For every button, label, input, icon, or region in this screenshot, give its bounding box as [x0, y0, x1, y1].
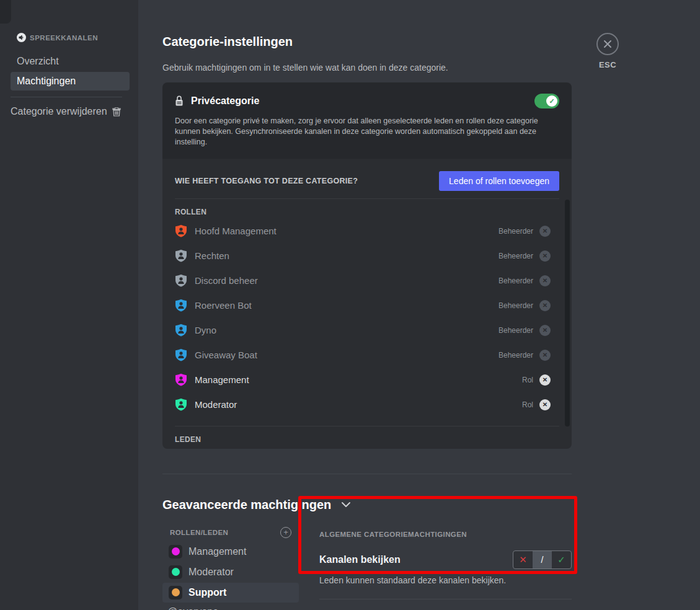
- esc-label: ESC: [593, 60, 622, 69]
- role-shield-icon: [175, 348, 187, 361]
- role-shield-icon: [175, 249, 187, 262]
- main-content: Categorie-instellingen Gebruik machtigin…: [162, 0, 572, 610]
- toggle-check-icon: ✓: [546, 95, 557, 107]
- add-role-member-icon[interactable]: +: [280, 527, 291, 538]
- members-section-label: LEDEN: [175, 427, 559, 449]
- roles-list-scrollbar[interactable]: [565, 200, 570, 427]
- role-shield-icon: [175, 274, 187, 287]
- lock-icon: [175, 95, 184, 107]
- add-members-roles-button[interactable]: Leden of rollen toevoegen: [439, 171, 559, 191]
- permissions-panel: ALGEMENE CATEGORIEMACHTIGINGEN Kanalen b…: [319, 527, 572, 610]
- role-row[interactable]: Discord beheer Beheerder ✕: [175, 268, 559, 293]
- access-question-label: WIE HEEFT TOEGANG TOT DEZE CATEGORIE?: [175, 177, 358, 185]
- role-color-swatch: [169, 565, 182, 579]
- role-shield-icon: [175, 299, 187, 312]
- private-category-card: Privécategorie ✓ Door een categorie priv…: [162, 82, 572, 449]
- roles-members-label: ROLLEN/LEDEN: [170, 529, 228, 536]
- permission-toggle-group: ✕ / ✓: [513, 550, 572, 569]
- role-row[interactable]: Moderator Rol ✕: [175, 392, 559, 417]
- remove-role-icon[interactable]: ✕: [539, 350, 551, 361]
- roles-members-list: ROLLEN/LEDEN + Management Moderator Supp…: [162, 527, 299, 610]
- role-row[interactable]: Roerveen Bot Beheerder ✕: [175, 293, 559, 318]
- private-category-description: Door een categorie privé te maken, zorg …: [175, 116, 552, 148]
- trash-icon: [112, 107, 121, 117]
- private-category-toggle[interactable]: ✓: [534, 94, 559, 108]
- permissions-section-label: ALGEMENE CATEGORIEMACHTIGINGEN: [319, 531, 572, 538]
- role-row[interactable]: Dyno Beheerder ✕: [175, 318, 559, 343]
- role-shield-icon: [175, 373, 187, 386]
- remove-role-icon[interactable]: ✕: [539, 275, 551, 286]
- deny-icon[interactable]: ✕: [513, 551, 533, 568]
- settings-sidebar: SPREEKKANALEN Overzicht Machtigingen Cat…: [0, 0, 138, 610]
- role-row[interactable]: Giveaway Boat Beheerder ✕: [175, 343, 559, 368]
- allow-icon[interactable]: ✓: [552, 551, 571, 568]
- passthrough-icon[interactable]: /: [533, 551, 552, 568]
- remove-role-icon[interactable]: ✕: [539, 226, 551, 237]
- section-divider: [162, 474, 572, 474]
- permission-description: Leden kunnen standaard deze kanalen beki…: [319, 575, 572, 585]
- private-category-title: Privécategorie: [191, 95, 534, 107]
- remove-role-icon[interactable]: ✕: [539, 374, 551, 386]
- role-shield-icon: [175, 224, 187, 237]
- page-title: Categorie-instellingen: [162, 35, 572, 49]
- remove-role-icon[interactable]: ✕: [539, 250, 551, 262]
- permission-row: Kanalen bekijken ✕ / ✓: [319, 550, 572, 569]
- role-color-swatch: [169, 545, 182, 559]
- remove-role-icon[interactable]: ✕: [539, 325, 551, 336]
- category-settings-screen: SPREEKKANALEN Overzicht Machtigingen Cat…: [0, 0, 700, 610]
- roles-section-label: ROLLEN: [175, 199, 559, 219]
- corner-scroll-notch: [0, 0, 11, 24]
- role-row[interactable]: Hoofd Management Beheerder ✕: [175, 219, 559, 244]
- role-color-swatch: [169, 586, 182, 599]
- speaker-icon: [17, 33, 26, 42]
- delete-category-label: Categorie verwijderen: [11, 106, 107, 117]
- close-icon: [603, 39, 613, 49]
- role-shield-icon: [175, 398, 187, 411]
- page-subtitle: Gebruik machtigingen om in te stellen wi…: [162, 63, 572, 73]
- entry-everyone[interactable]: @everyone: [162, 603, 299, 610]
- sidebar-item-overzicht[interactable]: Overzicht: [11, 52, 130, 71]
- private-category-header: Privécategorie ✓ Door een categorie priv…: [162, 82, 572, 159]
- role-row[interactable]: Rechten Beheerder ✕: [175, 244, 559, 268]
- entry-moderator[interactable]: Moderator: [162, 562, 299, 582]
- remove-role-icon[interactable]: ✕: [539, 399, 551, 410]
- remove-role-icon[interactable]: ✕: [539, 300, 551, 311]
- close-settings: ESC: [593, 33, 622, 69]
- sidebar-divider: [11, 97, 122, 97]
- chevron-down-icon[interactable]: [341, 502, 351, 508]
- category-name-label: SPREEKKANALEN: [30, 34, 98, 42]
- entry-management[interactable]: Management: [162, 542, 299, 562]
- divider: [319, 599, 572, 599]
- close-button[interactable]: [596, 33, 619, 55]
- category-name-header: SPREEKKANALEN: [11, 33, 129, 42]
- role-shield-icon: [175, 324, 187, 337]
- entry-support[interactable]: Support: [162, 583, 299, 603]
- access-panel: WIE HEEFT TOEGANG TOT DEZE CATEGORIE? Le…: [162, 159, 572, 449]
- sidebar-item-machtigingen[interactable]: Machtigingen: [11, 72, 130, 91]
- delete-category-button[interactable]: Categorie verwijderen: [11, 106, 129, 117]
- role-row[interactable]: Management Rol ✕: [175, 368, 559, 392]
- advanced-permissions-title: Geavanceerde machtigingen: [162, 498, 331, 512]
